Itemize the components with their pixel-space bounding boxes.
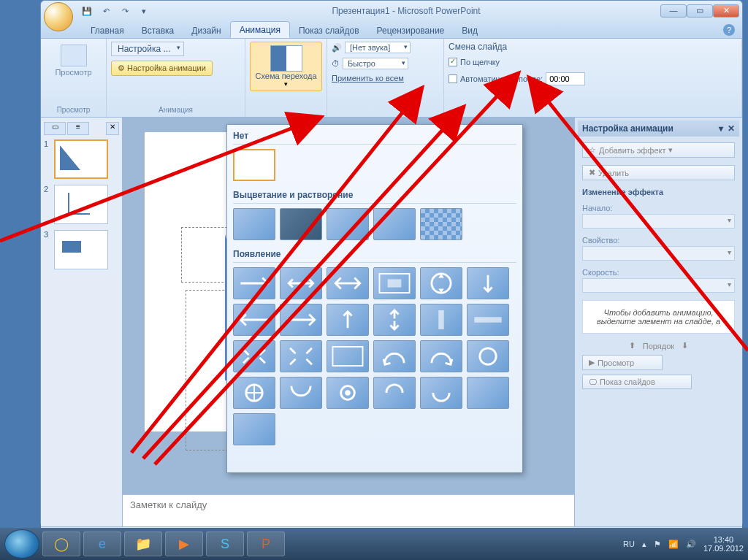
transition-item[interactable]: [420, 340, 462, 372]
remove-effect-button: ✖Удалить: [582, 165, 735, 180]
qat-customize-icon[interactable]: ▾: [136, 4, 152, 18]
transition-item[interactable]: [373, 304, 416, 336]
notes-pane[interactable]: Заметки к слайду: [123, 494, 574, 526]
tray-volume-icon[interactable]: 🔊: [686, 540, 696, 549]
transition-item[interactable]: [373, 208, 416, 240]
transition-item[interactable]: [420, 304, 462, 336]
slides-panel: ▭ ≡ ✕ 1 2 3: [41, 118, 123, 526]
transition-item[interactable]: [373, 267, 416, 299]
panel-tab-slides[interactable]: ▭: [44, 122, 66, 135]
tab-design[interactable]: Дизайн: [183, 23, 229, 38]
panel-tab-outline[interactable]: ≡: [67, 122, 89, 135]
on-click-checkbox[interactable]: [449, 58, 457, 66]
tp-slideshow-button[interactable]: 🖵 Показ слайдов: [582, 375, 692, 389]
taskbar-chrome[interactable]: ◯: [42, 532, 80, 556]
taskbar-media[interactable]: ▶: [165, 532, 203, 556]
tray-arrow-icon[interactable]: ▴: [642, 540, 646, 549]
slide-thumb-3[interactable]: 3: [44, 230, 119, 269]
transition-item[interactable]: [280, 377, 322, 409]
transition-item[interactable]: [420, 208, 462, 240]
transition-item[interactable]: [280, 340, 322, 372]
slide-num: 1: [44, 139, 51, 148]
transition-item[interactable]: [233, 208, 275, 240]
add-effect-button[interactable]: ☆Добавить эффект ▾: [582, 142, 735, 158]
system-tray: RU ▴ ⚑ 📶 🔊 13:40 17.09.2012: [623, 535, 744, 553]
transition-item[interactable]: [327, 377, 369, 409]
taskbar-explorer[interactable]: 📁: [124, 532, 162, 556]
tray-flag-icon[interactable]: ⚑: [654, 540, 661, 549]
auto-after-label: Автоматически после:: [460, 74, 543, 83]
tab-slideshow[interactable]: Показ слайдов: [290, 23, 368, 38]
transition-item[interactable]: [280, 304, 322, 336]
tab-home[interactable]: Главная: [82, 23, 133, 38]
slide-preview: [54, 185, 108, 224]
start-button[interactable]: [4, 529, 39, 559]
transition-item[interactable]: [467, 267, 509, 299]
panel-close-icon[interactable]: ✕: [106, 122, 119, 135]
transition-item[interactable]: [327, 208, 369, 240]
help-icon[interactable]: ?: [723, 24, 735, 36]
transition-item[interactable]: [373, 340, 416, 372]
close-button[interactable]: ✕: [713, 4, 739, 18]
transition-item[interactable]: [280, 267, 322, 299]
transition-none-item[interactable]: [233, 149, 275, 181]
apply-to-all-link[interactable]: Применить ко всем: [332, 74, 439, 83]
svg-point-6: [480, 348, 496, 364]
transition-item[interactable]: [233, 377, 275, 409]
minimize-button[interactable]: —: [660, 4, 687, 18]
preview-button[interactable]: Просмотр: [45, 42, 102, 80]
custom-animation-button[interactable]: ⚙ Настройка анимации: [111, 61, 213, 76]
tray-clock[interactable]: 13:40 17.09.2012: [703, 535, 744, 553]
office-button[interactable]: [44, 2, 73, 31]
transition-scheme-button[interactable]: Схема перехода ▾: [250, 42, 322, 91]
tab-animation[interactable]: Анимация: [230, 21, 290, 38]
transition-item[interactable]: [327, 267, 369, 299]
remove-icon: ✖: [589, 168, 595, 177]
speed-label: Скорость:: [582, 268, 735, 277]
slide-thumb-2[interactable]: 2: [44, 185, 119, 224]
qat-redo[interactable]: ↷: [117, 4, 133, 18]
transition-item[interactable]: [233, 304, 275, 336]
maximize-button[interactable]: ▭: [687, 4, 713, 18]
transition-item[interactable]: [373, 377, 416, 409]
tab-review[interactable]: Рецензирование: [368, 23, 454, 38]
start-dropdown: [582, 214, 735, 229]
transition-item[interactable]: [467, 304, 509, 336]
speed-dropdown[interactable]: Быстро: [343, 58, 408, 69]
tray-network-icon[interactable]: 📶: [668, 540, 679, 549]
media-icon: ▶: [179, 536, 189, 552]
transition-item[interactable]: [233, 267, 275, 299]
taskbar-powerpoint[interactable]: P: [247, 532, 285, 556]
taskbar-skype[interactable]: S: [206, 532, 244, 556]
svg-rect-4: [474, 317, 501, 322]
transition-item[interactable]: [233, 413, 275, 445]
taskbar-ie[interactable]: e: [83, 532, 121, 556]
transition-item[interactable]: [327, 340, 369, 372]
transition-item[interactable]: [467, 340, 509, 372]
auto-after-checkbox[interactable]: [449, 74, 457, 83]
tp-preview-button[interactable]: ▶ Просмотр: [582, 355, 663, 370]
transition-item[interactable]: [233, 340, 275, 372]
slide-thumb-1[interactable]: 1: [44, 139, 119, 179]
group-preview-label: Просмотр: [45, 104, 102, 114]
auto-after-time-field[interactable]: [546, 72, 585, 85]
window-title: Презентация1 - Microsoft PowerPoint: [152, 6, 660, 16]
qat-save[interactable]: 💾: [79, 4, 95, 18]
transition-item[interactable]: [467, 377, 509, 409]
tray-lang[interactable]: RU: [623, 540, 635, 548]
taskpane-dropdown-icon[interactable]: ▾: [719, 123, 723, 134]
transition-item[interactable]: [280, 208, 322, 240]
taskpane-close-icon[interactable]: ✕: [728, 123, 735, 134]
transition-item[interactable]: [420, 267, 462, 299]
animation-dropdown[interactable]: Настройка ...: [111, 42, 184, 56]
windows-taskbar: ◯ e 📁 ▶ S P RU ▴ ⚑ 📶 🔊 13:40 17.09.2012: [0, 528, 748, 560]
qat-undo[interactable]: ↶: [98, 4, 114, 18]
transition-item[interactable]: [327, 304, 369, 336]
chevron-down-icon: ▾: [284, 80, 288, 88]
gallery-section-fade: Выцветание и растворение: [233, 187, 516, 204]
sound-dropdown[interactable]: [Нет звука]: [345, 42, 411, 53]
tab-insert[interactable]: Вставка: [133, 23, 183, 38]
skype-icon: S: [221, 537, 229, 552]
transition-item[interactable]: [420, 377, 462, 409]
tab-view[interactable]: Вид: [453, 23, 486, 38]
